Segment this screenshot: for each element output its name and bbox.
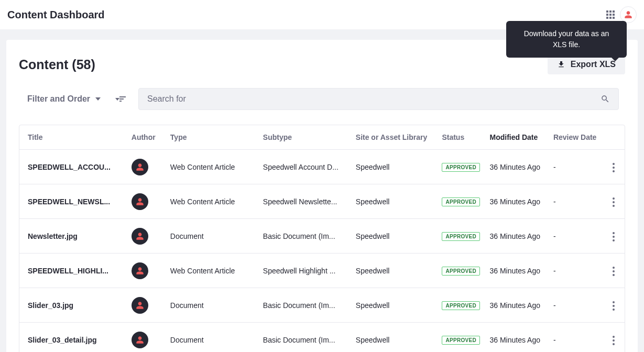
cell-type: Document <box>166 219 259 254</box>
cell-author <box>127 288 166 323</box>
cell-type: Web Content Article <box>166 150 259 184</box>
row-actions-button[interactable] <box>609 263 618 279</box>
author-avatar[interactable] <box>132 297 148 314</box>
cell-type: Document <box>166 323 259 352</box>
cell-subtype: Basic Document (Im... <box>259 288 352 323</box>
cell-author <box>127 254 166 288</box>
cell-actions <box>603 184 625 219</box>
table-row[interactable]: SPEEDWELL_NEWSL... Web Content Article S… <box>19 184 625 219</box>
cell-modified: 36 Minutes Ago <box>486 288 549 323</box>
row-actions-button[interactable] <box>609 229 618 245</box>
page-title: Content Dashboard <box>7 9 105 21</box>
cell-actions <box>603 288 625 323</box>
cell-title[interactable]: SPEEDWELL_NEWSL... <box>19 184 127 219</box>
cell-author <box>127 219 166 254</box>
caret-down-icon <box>95 97 101 101</box>
top-bar: Content Dashboard Download your data as … <box>0 0 644 29</box>
cell-subtype: Speedwell Highlight ... <box>259 254 352 288</box>
filter-order-button[interactable]: Filter and Order <box>25 91 103 107</box>
author-avatar[interactable] <box>132 228 148 245</box>
cell-site: Speedwell <box>352 288 438 323</box>
cell-subtype: Speedwell Account D... <box>259 150 352 184</box>
col-header-modified[interactable]: Modified Date <box>486 125 549 150</box>
col-header-type[interactable]: Type <box>166 125 259 150</box>
col-header-title[interactable]: Title <box>19 125 127 150</box>
user-icon <box>136 336 144 344</box>
cell-review: - <box>549 184 603 219</box>
col-header-author[interactable]: Author <box>127 125 166 150</box>
main-panel: Content (58) Export XLS Filter and Order… <box>6 40 638 352</box>
cell-author <box>127 150 166 184</box>
search-input[interactable] <box>147 94 601 104</box>
status-badge: APPROVED <box>442 336 480 345</box>
cell-site: Speedwell <box>352 150 438 184</box>
cell-review: - <box>549 254 603 288</box>
apps-grid-icon[interactable] <box>606 10 615 19</box>
cell-review: - <box>549 323 603 352</box>
content-table: Title Author Type Subtype Site or Asset … <box>19 125 625 352</box>
cell-type: Document <box>166 288 259 323</box>
search-icon[interactable] <box>601 94 610 104</box>
col-header-status[interactable]: Status <box>438 125 485 150</box>
cell-status: APPROVED <box>438 219 485 254</box>
author-avatar[interactable] <box>132 193 148 210</box>
col-header-site[interactable]: Site or Asset Library <box>352 125 438 150</box>
col-header-subtype[interactable]: Subtype <box>259 125 352 150</box>
table-row[interactable]: Slider_03_detail.jpg Document Basic Docu… <box>19 323 625 352</box>
cell-status: APPROVED <box>438 288 485 323</box>
cell-status: APPROVED <box>438 323 485 352</box>
cell-actions <box>603 219 625 254</box>
sort-arrow-icon <box>115 98 119 101</box>
table-row[interactable]: Slider_03.jpg Document Basic Document (I… <box>19 288 625 323</box>
cell-status: APPROVED <box>438 254 485 288</box>
table-header-row: Title Author Type Subtype Site or Asset … <box>19 125 625 150</box>
cell-modified: 36 Minutes Ago <box>486 254 549 288</box>
row-actions-button[interactable] <box>609 333 618 348</box>
cell-title[interactable]: Slider_03_detail.jpg <box>19 323 127 352</box>
filter-button-label: Filter and Order <box>27 94 90 104</box>
status-badge: APPROVED <box>442 301 480 310</box>
table-row[interactable]: SPEEDWELL_ACCOU... Web Content Article S… <box>19 150 625 184</box>
cell-author <box>127 184 166 219</box>
export-tooltip: Download your data as an XLS file. <box>506 21 627 58</box>
cell-title[interactable]: SPEEDWELL_HIGHLI... <box>19 254 127 288</box>
cell-type: Web Content Article <box>166 254 259 288</box>
row-actions-button[interactable] <box>609 194 618 210</box>
author-avatar[interactable] <box>132 332 148 348</box>
author-avatar[interactable] <box>132 159 148 175</box>
cell-modified: 36 Minutes Ago <box>486 323 549 352</box>
table-row[interactable]: Newsletter.jpg Document Basic Document (… <box>19 219 625 254</box>
cell-site: Speedwell <box>352 219 438 254</box>
cell-status: APPROVED <box>438 150 485 184</box>
status-badge: APPROVED <box>442 197 480 206</box>
cell-author <box>127 323 166 352</box>
cell-review: - <box>549 288 603 323</box>
user-icon <box>136 197 144 206</box>
cell-site: Speedwell <box>352 323 438 352</box>
cell-subtype: Basic Document (Im... <box>259 219 352 254</box>
row-actions-button[interactable] <box>609 160 618 175</box>
row-actions-button[interactable] <box>609 298 618 314</box>
status-badge: APPROVED <box>442 163 480 172</box>
content-table-wrap: Title Author Type Subtype Site or Asset … <box>19 125 625 352</box>
cell-actions <box>603 254 625 288</box>
cell-title[interactable]: Newsletter.jpg <box>19 219 127 254</box>
cell-status: APPROVED <box>438 184 485 219</box>
cell-modified: 36 Minutes Ago <box>486 219 549 254</box>
cell-subtype: Basic Document (Im... <box>259 323 352 352</box>
cell-review: - <box>549 219 603 254</box>
cell-site: Speedwell <box>352 184 438 219</box>
cell-actions <box>603 150 625 184</box>
cell-actions <box>603 323 625 352</box>
table-row[interactable]: SPEEDWELL_HIGHLI... Web Content Article … <box>19 254 625 288</box>
col-header-review[interactable]: Review Date <box>549 125 603 150</box>
author-avatar[interactable] <box>132 262 148 279</box>
sort-button[interactable] <box>112 93 129 105</box>
cell-title[interactable]: Slider_03.jpg <box>19 288 127 323</box>
status-badge: APPROVED <box>442 232 480 241</box>
user-icon <box>136 163 144 171</box>
content-title: Content (58) <box>19 57 95 72</box>
sort-lines-icon <box>119 96 126 102</box>
cell-title[interactable]: SPEEDWELL_ACCOU... <box>19 150 127 184</box>
cell-modified: 36 Minutes Ago <box>486 150 549 184</box>
